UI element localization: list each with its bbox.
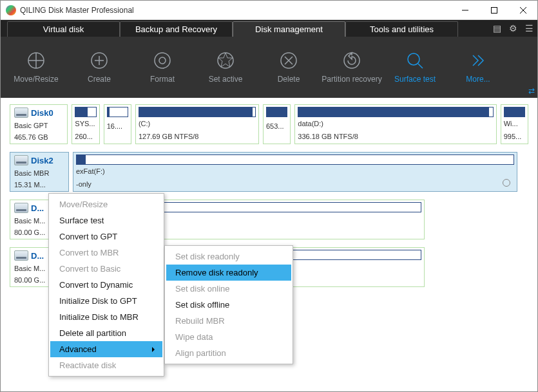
partition[interactable]: exFat(F:)-only [73, 152, 517, 192]
disk-row[interactable]: Disk0Basic GPT465.76 GBSYS...260...16...… [10, 104, 528, 144]
minimize-button[interactable] [450, 1, 479, 20]
menu-item[interactable]: Advanced [50, 341, 162, 357]
disk-info[interactable]: Disk2Basic MBR15.31 M... [10, 152, 69, 192]
usage-bar [139, 107, 256, 117]
delete-icon [280, 51, 298, 70]
disk-icon [14, 203, 28, 213]
menu-item[interactable]: Initialize Disk to MBR [50, 309, 162, 325]
svg-point-8 [218, 53, 233, 68]
tab-virtual-disk[interactable]: Virtual disk [7, 21, 120, 37]
usage-bar [298, 107, 493, 117]
gear-icon[interactable]: ⚙ [505, 20, 521, 37]
partition-label: data(D:) [298, 120, 493, 127]
tab-label: Backup and Recovery [135, 24, 217, 34]
radio-icon[interactable] [503, 179, 510, 187]
close-button[interactable] [508, 1, 537, 20]
menu-item: Set disk readonly [166, 248, 291, 265]
titlebar: QILING Disk Master Professional [1, 1, 537, 20]
svg-point-11 [408, 53, 419, 65]
move-resize-icon [27, 51, 45, 70]
toolbar-label: Set active [209, 75, 243, 84]
partition-size: 336.18 GB NTFS/8 [298, 133, 358, 140]
partition[interactable]: data(D:)336.18 GB NTFS/8 [294, 104, 496, 144]
tool-create[interactable]: Create [68, 51, 131, 84]
toolbar-label: Format [150, 75, 175, 84]
tool-more[interactable]: More... [447, 51, 510, 84]
menu-item: Reactivate disk [50, 357, 162, 373]
svg-point-7 [159, 57, 166, 64]
tab-tools-utilities[interactable]: Tools and utilities [345, 21, 458, 37]
tool-partition-recovery[interactable]: Partition recovery [320, 51, 383, 84]
disk-context-menu[interactable]: Move/ResizeSurface testConvert to GPTCon… [48, 193, 164, 377]
disk-row[interactable]: Disk2Basic MBR15.31 M...exFat(F:)-only [10, 152, 528, 192]
menu-item[interactable]: Delete all partition [50, 325, 162, 341]
partition[interactable]: SYS...260... [72, 104, 99, 144]
toolbar-label: Surface test [394, 75, 436, 84]
partition[interactable]: 16.... [104, 104, 131, 144]
tab-backup-recovery[interactable]: Backup and Recovery [120, 21, 233, 37]
menu-item: Rebuild MBR [166, 313, 291, 329]
menu-item: Set disk online [166, 281, 291, 297]
toolbar-label: Move/Resize [14, 75, 58, 84]
menu-icon[interactable]: ☰ [521, 20, 537, 37]
usage-bar [266, 107, 287, 117]
menu-item[interactable]: Set disk offline [166, 297, 291, 313]
disk-size: 15.31 M... [14, 181, 64, 189]
tab-disk-management[interactable]: Disk management [233, 21, 345, 37]
toolbar-label: Delete [278, 75, 300, 84]
partition-label: (C:) [139, 120, 256, 127]
menu-item: Align partition [166, 345, 291, 361]
menu-item[interactable]: Convert to Dynamic [50, 277, 162, 293]
usage-bar [76, 154, 514, 165]
partition[interactable]: 653... [263, 104, 291, 144]
menu-item[interactable]: Surface test [50, 212, 162, 229]
partition-size: -only [76, 180, 91, 188]
toolbar-label: More... [466, 75, 490, 84]
set-active-icon [216, 51, 235, 70]
partition-size: 260... [75, 133, 93, 140]
tool-delete[interactable]: Delete [257, 51, 320, 84]
disk-area: Disk0Basic GPT465.76 GBSYS...260...16...… [1, 98, 537, 392]
corner-arrows-icon[interactable]: ⇄ [528, 86, 535, 95]
layout-icon[interactable]: ▤ [489, 20, 505, 37]
tool-format[interactable]: Format [131, 51, 194, 84]
menu-item: Convert to Basic [50, 261, 162, 277]
partition-size: 16.... [107, 122, 122, 130]
partition-label: SYS... [75, 120, 96, 127]
svg-point-6 [155, 53, 170, 68]
partition-label: Wi... [504, 120, 525, 127]
tool-set-active[interactable]: Set active [194, 51, 257, 84]
disk-icon [14, 107, 28, 118]
disk-type: Basic MBR [14, 169, 64, 177]
partition-label: exFat(F:) [76, 167, 514, 175]
partition-size: 995... [504, 133, 522, 140]
disk-name: Disk2 [31, 156, 53, 165]
menu-item[interactable]: Convert to GPT [50, 229, 162, 245]
toolbar-label: Partition recovery [322, 75, 381, 84]
tab-label: Tools and utilities [370, 24, 434, 34]
advanced-submenu[interactable]: Set disk readonlyRemove disk readonlySet… [164, 245, 293, 364]
create-icon [90, 51, 108, 70]
menu-item[interactable]: Initialize Disk to GPT [50, 293, 162, 309]
partition-size: 653... [266, 122, 284, 130]
disk-info[interactable]: Disk0Basic GPT465.76 GB [10, 104, 68, 144]
disk-name: D... [31, 251, 44, 261]
partition[interactable]: (C:)127.69 GB NTFS/8 [135, 104, 259, 144]
toolbar-label: Create [88, 75, 111, 84]
menu-item: Move/Resize [50, 196, 162, 212]
usage-bar [504, 107, 525, 117]
partition[interactable]: Wi...995... [501, 104, 528, 144]
tabbar: Virtual disk Backup and Recovery Disk ma… [1, 20, 537, 37]
tool-surface-test[interactable]: Surface test [383, 51, 447, 84]
disk-name: D... [31, 203, 44, 213]
maximize-button[interactable] [479, 1, 508, 20]
menu-item[interactable]: Remove disk readonly [166, 265, 291, 281]
menu-item: Convert to MBR [50, 245, 162, 261]
disk-type: Basic GPT [14, 122, 63, 129]
format-icon [153, 51, 171, 70]
usage-bar [107, 107, 128, 117]
disk-name: Disk0 [31, 108, 53, 118]
svg-rect-1 [491, 7, 497, 13]
tool-move-resize[interactable]: Move/Resize [5, 51, 68, 84]
partition-recovery-icon [343, 51, 361, 70]
